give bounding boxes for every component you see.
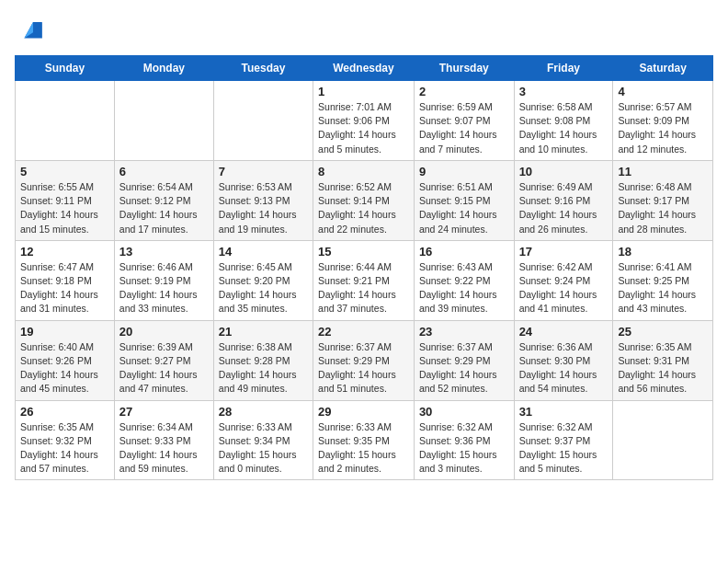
- day-number: 16: [419, 245, 509, 259]
- calendar-cell: 20Sunrise: 6:39 AMSunset: 9:27 PMDayligh…: [114, 320, 213, 400]
- day-info: Sunrise: 7:01 AMSunset: 9:06 PMDaylight:…: [318, 100, 409, 156]
- calendar-cell: 17Sunrise: 6:42 AMSunset: 9:24 PMDayligh…: [514, 240, 613, 320]
- calendar-cell: 2Sunrise: 6:59 AMSunset: 9:07 PMDaylight…: [414, 81, 514, 161]
- day-info: Sunrise: 6:58 AMSunset: 9:08 PMDaylight:…: [519, 100, 609, 156]
- calendar-week-2: 5Sunrise: 6:55 AMSunset: 9:11 PMDaylight…: [16, 160, 713, 240]
- calendar-header-saturday: Saturday: [613, 56, 713, 81]
- day-number: 29: [318, 405, 409, 419]
- day-number: 31: [519, 405, 609, 419]
- day-number: 4: [618, 85, 708, 98]
- calendar-cell: 5Sunrise: 6:55 AMSunset: 9:11 PMDaylight…: [16, 160, 115, 240]
- day-number: 18: [618, 245, 708, 259]
- calendar-cell: 31Sunrise: 6:32 AMSunset: 9:37 PMDayligh…: [514, 400, 613, 480]
- day-info: Sunrise: 6:44 AMSunset: 9:21 PMDaylight:…: [318, 260, 409, 316]
- calendar-cell: 7Sunrise: 6:53 AMSunset: 9:13 PMDaylight…: [213, 160, 313, 240]
- calendar-cell: 25Sunrise: 6:35 AMSunset: 9:31 PMDayligh…: [613, 320, 713, 400]
- day-info: Sunrise: 6:57 AMSunset: 9:09 PMDaylight:…: [618, 100, 708, 156]
- calendar-cell: 23Sunrise: 6:37 AMSunset: 9:29 PMDayligh…: [414, 320, 514, 400]
- day-info: Sunrise: 6:46 AMSunset: 9:19 PMDaylight:…: [119, 260, 209, 316]
- calendar-week-4: 19Sunrise: 6:40 AMSunset: 9:26 PMDayligh…: [16, 320, 713, 400]
- calendar-cell: [16, 81, 115, 161]
- calendar-cell: 18Sunrise: 6:41 AMSunset: 9:25 PMDayligh…: [613, 240, 713, 320]
- day-info: Sunrise: 6:35 AMSunset: 9:32 PMDaylight:…: [20, 420, 109, 477]
- calendar-cell: 30Sunrise: 6:32 AMSunset: 9:36 PMDayligh…: [414, 400, 514, 480]
- calendar-cell: 1Sunrise: 7:01 AMSunset: 9:06 PMDaylight…: [313, 81, 415, 161]
- page-header: [15, 15, 713, 44]
- day-number: 20: [119, 325, 209, 339]
- calendar-cell: [213, 81, 313, 161]
- day-number: 11: [618, 165, 708, 178]
- calendar-cell: 15Sunrise: 6:44 AMSunset: 9:21 PMDayligh…: [313, 240, 415, 320]
- day-info: Sunrise: 6:43 AMSunset: 9:22 PMDaylight:…: [419, 260, 509, 316]
- day-number: 8: [318, 165, 409, 178]
- day-info: Sunrise: 6:51 AMSunset: 9:15 PMDaylight:…: [419, 180, 509, 236]
- day-info: Sunrise: 6:48 AMSunset: 9:17 PMDaylight:…: [618, 180, 708, 236]
- day-number: 23: [419, 325, 509, 339]
- day-info: Sunrise: 6:40 AMSunset: 9:26 PMDaylight:…: [20, 340, 109, 396]
- calendar-cell: 9Sunrise: 6:51 AMSunset: 9:15 PMDaylight…: [414, 160, 514, 240]
- calendar-header-row: SundayMondayTuesdayWednesdayThursdayFrid…: [16, 56, 713, 81]
- day-info: Sunrise: 6:32 AMSunset: 9:36 PMDaylight:…: [419, 420, 509, 477]
- calendar-cell: 28Sunrise: 6:33 AMSunset: 9:34 PMDayligh…: [213, 400, 313, 480]
- calendar-header-tuesday: Tuesday: [213, 56, 313, 81]
- day-info: Sunrise: 6:54 AMSunset: 9:12 PMDaylight:…: [119, 180, 209, 236]
- day-info: Sunrise: 6:45 AMSunset: 9:20 PMDaylight:…: [219, 260, 308, 316]
- day-info: Sunrise: 6:37 AMSunset: 9:29 PMDaylight:…: [419, 340, 509, 396]
- calendar-cell: 21Sunrise: 6:38 AMSunset: 9:28 PMDayligh…: [213, 320, 313, 400]
- day-info: Sunrise: 6:42 AMSunset: 9:24 PMDaylight:…: [519, 260, 609, 316]
- calendar-table: SundayMondayTuesdayWednesdayThursdayFrid…: [15, 55, 713, 480]
- day-info: Sunrise: 6:37 AMSunset: 9:29 PMDaylight:…: [318, 340, 409, 396]
- calendar-week-3: 12Sunrise: 6:47 AMSunset: 9:18 PMDayligh…: [16, 240, 713, 320]
- day-number: 9: [419, 165, 509, 178]
- logo: [15, 15, 48, 44]
- day-info: Sunrise: 6:35 AMSunset: 9:31 PMDaylight:…: [618, 340, 708, 396]
- day-info: Sunrise: 6:38 AMSunset: 9:28 PMDaylight:…: [219, 340, 308, 396]
- day-info: Sunrise: 6:33 AMSunset: 9:34 PMDaylight:…: [219, 420, 308, 477]
- day-info: Sunrise: 6:32 AMSunset: 9:37 PMDaylight:…: [519, 420, 609, 477]
- day-number: 15: [318, 245, 409, 259]
- day-number: 24: [519, 325, 609, 339]
- day-number: 13: [119, 245, 209, 259]
- day-info: Sunrise: 6:36 AMSunset: 9:30 PMDaylight:…: [519, 340, 609, 396]
- day-number: 26: [20, 405, 109, 419]
- day-number: 30: [419, 405, 509, 419]
- day-info: Sunrise: 6:34 AMSunset: 9:33 PMDaylight:…: [119, 420, 209, 477]
- calendar-cell: 19Sunrise: 6:40 AMSunset: 9:26 PMDayligh…: [16, 320, 115, 400]
- day-number: 21: [219, 325, 308, 339]
- calendar-cell: 16Sunrise: 6:43 AMSunset: 9:22 PMDayligh…: [414, 240, 514, 320]
- day-number: 3: [519, 85, 609, 98]
- calendar-header-monday: Monday: [114, 56, 213, 81]
- day-number: 22: [318, 325, 409, 339]
- calendar-cell: 6Sunrise: 6:54 AMSunset: 9:12 PMDaylight…: [114, 160, 213, 240]
- logo-icon: [18, 15, 48, 44]
- calendar-cell: 10Sunrise: 6:49 AMSunset: 9:16 PMDayligh…: [514, 160, 613, 240]
- calendar-header-friday: Friday: [514, 56, 613, 81]
- calendar-week-1: 1Sunrise: 7:01 AMSunset: 9:06 PMDaylight…: [16, 81, 713, 161]
- day-info: Sunrise: 6:52 AMSunset: 9:14 PMDaylight:…: [318, 180, 409, 236]
- calendar-cell: 27Sunrise: 6:34 AMSunset: 9:33 PMDayligh…: [114, 400, 213, 480]
- day-number: 6: [119, 165, 209, 178]
- day-number: 1: [318, 85, 409, 98]
- calendar-header-sunday: Sunday: [16, 56, 115, 81]
- calendar-cell: 4Sunrise: 6:57 AMSunset: 9:09 PMDaylight…: [613, 81, 713, 161]
- day-info: Sunrise: 6:39 AMSunset: 9:27 PMDaylight:…: [119, 340, 209, 396]
- day-info: Sunrise: 6:49 AMSunset: 9:16 PMDaylight:…: [519, 180, 609, 236]
- day-number: 17: [519, 245, 609, 259]
- day-number: 2: [419, 85, 509, 98]
- calendar-cell: 29Sunrise: 6:33 AMSunset: 9:35 PMDayligh…: [313, 400, 415, 480]
- day-number: 5: [20, 165, 109, 178]
- calendar-cell: 8Sunrise: 6:52 AMSunset: 9:14 PMDaylight…: [313, 160, 415, 240]
- day-info: Sunrise: 6:53 AMSunset: 9:13 PMDaylight:…: [219, 180, 308, 236]
- day-number: 28: [219, 405, 308, 419]
- calendar-cell: 24Sunrise: 6:36 AMSunset: 9:30 PMDayligh…: [514, 320, 613, 400]
- day-info: Sunrise: 6:59 AMSunset: 9:07 PMDaylight:…: [419, 100, 509, 156]
- calendar-cell: 13Sunrise: 6:46 AMSunset: 9:19 PMDayligh…: [114, 240, 213, 320]
- calendar-header-wednesday: Wednesday: [313, 56, 415, 81]
- calendar-cell: 3Sunrise: 6:58 AMSunset: 9:08 PMDaylight…: [514, 81, 613, 161]
- calendar-cell: 12Sunrise: 6:47 AMSunset: 9:18 PMDayligh…: [16, 240, 115, 320]
- day-info: Sunrise: 6:47 AMSunset: 9:18 PMDaylight:…: [20, 260, 109, 316]
- day-number: 19: [20, 325, 109, 339]
- day-info: Sunrise: 6:41 AMSunset: 9:25 PMDaylight:…: [618, 260, 708, 316]
- day-info: Sunrise: 6:55 AMSunset: 9:11 PMDaylight:…: [20, 180, 109, 236]
- day-number: 7: [219, 165, 308, 178]
